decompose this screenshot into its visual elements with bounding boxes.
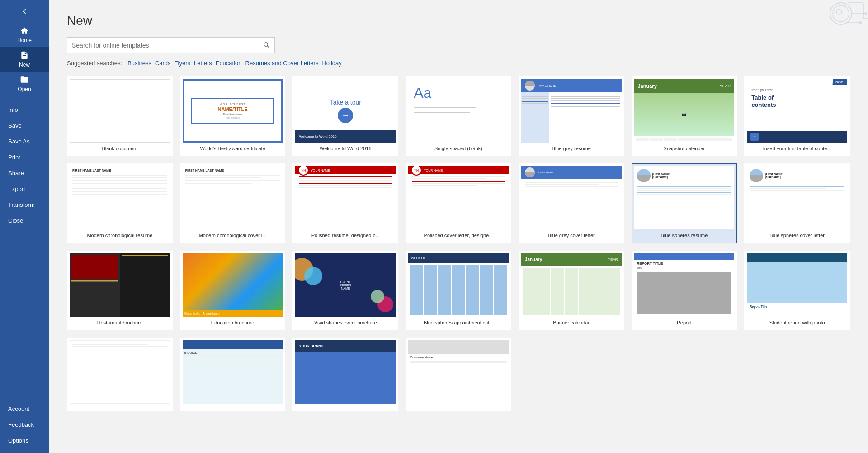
suggested-searches: Suggested searches: Business Cards Flyer…: [67, 60, 850, 67]
sidebar-item-open[interactable]: Open: [0, 72, 49, 96]
template-card-single-spaced[interactable]: Aa Single spaced (blank): [406, 76, 511, 156]
main-content: New Suggested searches: Business Cards F…: [49, 0, 868, 453]
template-card-blue-grey-resume[interactable]: NAME HERE: [519, 76, 624, 156]
template-label: Blue spheres appointment cal...: [422, 317, 495, 328]
template-label: Insert your first table of conte...: [761, 143, 833, 153]
template-card-snapshot-cal[interactable]: January YEAR 📷: [632, 76, 737, 156]
template-label: Modern chronological cover l...: [197, 229, 269, 240]
template-card-blue-spheres-appt[interactable]: WEEK OF Blue spheres appointment cal...: [406, 251, 511, 330]
template-card-cert[interactable]: WORLD'S BEST NAME/TITLE Recipient name Y…: [180, 76, 286, 156]
search-input[interactable]: [67, 42, 259, 49]
template-card-student-report[interactable]: Report Title Student report with photo: [744, 251, 850, 330]
sidebar-item-print[interactable]: Print: [0, 149, 49, 165]
sidebar-item-feedback[interactable]: Feedback: [0, 417, 49, 433]
sidebar-item-new[interactable]: New: [0, 47, 49, 72]
template-card-modern-chron-cover[interactable]: FIRST NAME LAST NAME Modern chronologica…: [180, 163, 286, 243]
blank-thumb: [70, 79, 170, 143]
template-card-tour[interactable]: Take a tour → Welcome to Word 2016 Welco…: [292, 76, 398, 156]
cert-thumb: WORLD'S BEST NAME/TITLE Recipient name Y…: [183, 79, 283, 143]
template-card-banner-cal[interactable]: January YEAR Banner calendar: [519, 251, 624, 330]
back-button[interactable]: [0, 0, 49, 23]
template-label: Blank document: [100, 143, 139, 153]
template-label: Snapshot calendar: [662, 143, 707, 153]
template-card-blue-spheres-resume[interactable]: [First Name] [Surname] Blue spheres resu…: [632, 163, 737, 243]
page-title: New: [67, 14, 850, 28]
suggested-link-business[interactable]: Business: [127, 60, 151, 67]
template-label: Blue spheres cover letter: [768, 229, 826, 240]
sidebar-divider: [5, 99, 43, 99]
sidebar-item-info[interactable]: Info: [0, 102, 49, 118]
template-grid-row2: FIRST NAME LAST NAME Modern chronologica…: [67, 163, 850, 243]
sidebar: Home New Open Info Save Save As Print Sh…: [0, 0, 49, 453]
template-label: World's Best award certificate: [198, 143, 267, 153]
template-card-row4-1[interactable]: [67, 338, 173, 411]
template-card-blank[interactable]: Blank document: [67, 76, 173, 156]
template-card-row4-2[interactable]: INVOICE: [180, 338, 286, 411]
template-card-blue-spheres-cover[interactable]: [First Name] [Surname] Blue spheres cove…: [744, 163, 850, 243]
sidebar-item-save-as[interactable]: Save As: [0, 134, 49, 149]
sidebar-item-account[interactable]: Account: [0, 401, 49, 417]
template-card-restaurant-brochure[interactable]: Restaurant brochure: [67, 251, 173, 330]
template-label: [344, 404, 347, 408]
aa-thumb: Aa: [408, 79, 509, 143]
template-card-row4-3[interactable]: YOUR BRAND: [292, 338, 398, 411]
template-label: Welcome to Word 2016: [318, 143, 373, 153]
template-grid-row3: Restaurant brochure Organization Name/Lo…: [67, 251, 850, 330]
sidebar-item-close[interactable]: Close: [0, 213, 49, 229]
template-label: Blue grey cover letter: [546, 229, 597, 240]
suggested-link-cards[interactable]: Cards: [155, 60, 171, 67]
sidebar-item-options[interactable]: Options: [0, 433, 49, 448]
template-card-education-brochure[interactable]: Organization Name/Logo Education brochur…: [180, 251, 286, 330]
sidebar-bottom: Account Feedback Options: [0, 401, 49, 453]
template-label: Restaurant brochure: [95, 317, 144, 328]
sidebar-item-home[interactable]: Home: [0, 23, 49, 47]
template-card-toc[interactable]: New Insert your first Table ofcontents ≡…: [744, 76, 850, 156]
template-label: Vivid shapes event brochure: [312, 317, 379, 328]
template-card-polished-cover[interactable]: YN YOUR NAME Polished cover letter, desi…: [406, 163, 511, 243]
template-label: Report: [675, 317, 693, 328]
sidebar-item-transform[interactable]: Transform: [0, 197, 49, 213]
template-label: Blue grey resume: [550, 143, 593, 153]
suggested-link-letters[interactable]: Letters: [194, 60, 212, 67]
template-card-report[interactable]: REPORT TITLE20xx Report: [632, 251, 737, 330]
snapcal-thumb: January YEAR 📷: [634, 79, 735, 143]
template-grid-row1: Blank document WORLD'S BEST NAME/TITLE R…: [67, 76, 850, 156]
template-label: [231, 404, 235, 408]
template-card-polished-resume[interactable]: YN YOUR NAME Polished resume, designed b…: [292, 163, 398, 243]
template-label: Single spaced (blank): [433, 143, 484, 153]
bgresume-thumb: NAME HERE: [521, 79, 622, 143]
suggested-link-holiday[interactable]: Holiday: [322, 60, 341, 67]
suggested-label: Suggested searches:: [67, 60, 122, 67]
template-label: [118, 404, 122, 408]
sidebar-item-share[interactable]: Share: [0, 165, 49, 181]
template-card-blue-grey-cover[interactable]: NAME HERE Blue grey cover letter: [519, 163, 624, 243]
template-label: Banner calendar: [551, 317, 591, 328]
template-grid-row4: INVOICE YOUR BRAND Company Name: [67, 338, 850, 411]
template-label: Modern chronological resume: [85, 229, 154, 240]
template-card-row4-4[interactable]: Company Name: [406, 338, 511, 411]
template-label: Student report with photo: [768, 317, 827, 328]
template-label: Education brochure: [209, 317, 256, 328]
template-label: [457, 404, 460, 408]
sidebar-item-save[interactable]: Save: [0, 118, 49, 134]
search-button[interactable]: [259, 41, 274, 49]
sidebar-item-export[interactable]: Export: [0, 181, 49, 197]
suggested-link-education[interactable]: Education: [216, 60, 242, 67]
template-label: Polished resume, designed b...: [310, 229, 382, 240]
template-card-vivid-shapes-brochure[interactable]: EVENTSERIESNAME Vivid shapes event broch…: [292, 251, 398, 330]
suggested-link-flyers[interactable]: Flyers: [175, 60, 190, 67]
template-label: Blue spheres resume: [659, 229, 709, 240]
search-bar[interactable]: [67, 37, 275, 53]
template-card-modern-chron-resume[interactable]: FIRST NAME LAST NAME Modern chronologica…: [67, 163, 173, 243]
suggested-link-resumes[interactable]: Resumes and Cover Letters: [245, 60, 319, 67]
template-label: Polished cover letter, designe...: [422, 229, 495, 240]
